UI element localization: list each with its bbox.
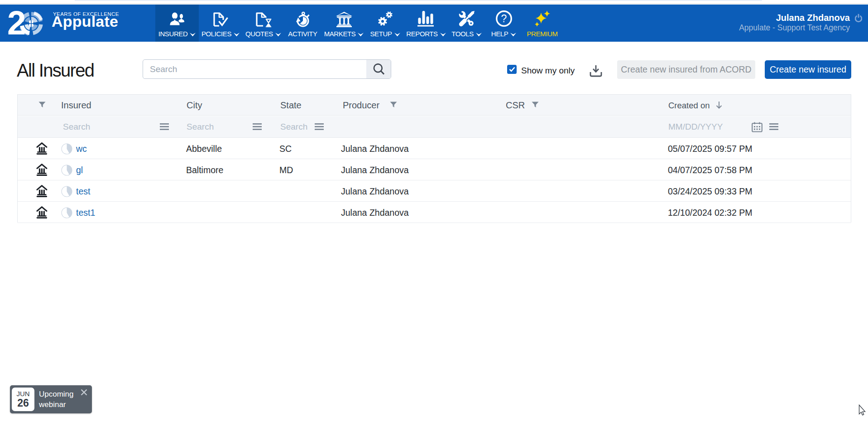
svg-text:?: ? [501,13,507,24]
